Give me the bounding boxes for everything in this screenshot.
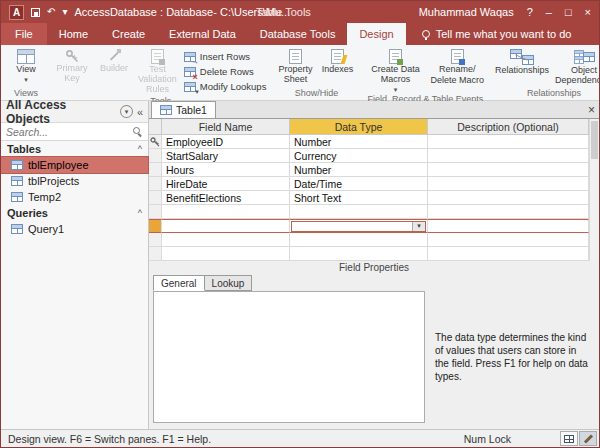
search-icon[interactable] [132,126,143,137]
help-button[interactable]: ? [527,7,533,18]
shutter-bar-collapse-icon[interactable]: « [137,106,143,118]
minimize-button[interactable]: – [546,7,552,18]
property-sheet-button[interactable]: Property Sheet [275,46,315,85]
queries-section-label: Queries [7,207,48,219]
qat-dropdown-icon[interactable]: ▾ [62,7,67,17]
tab-database-tools[interactable]: Database Tools [248,23,348,45]
description-cell[interactable] [428,233,589,247]
view-shortcut-buttons [559,431,597,446]
header-field-name: Field Name [162,119,290,135]
combo-dropdown-icon[interactable]: ▾ [412,222,425,231]
data-type-cell[interactable]: Number [290,135,428,149]
scrollbar-thumb[interactable] [591,121,598,159]
nav-menu-dropdown-icon[interactable]: ▾ [120,105,133,118]
create-data-macros-button[interactable]: Create Data Macros ▾ [365,46,427,93]
tab-lookup[interactable]: Lookup [204,275,253,291]
object-dependencies-button[interactable]: Object Dependencies [553,46,600,86]
field-name-cell[interactable]: StartSalary [162,149,290,163]
save-icon[interactable] [31,8,40,17]
description-cell[interactable] [428,191,589,205]
field-name-cell[interactable]: HireDate [162,177,290,191]
data-type-cell[interactable]: Number [290,163,428,177]
datasheet-view-button[interactable] [560,431,578,446]
design-view-button[interactable] [579,431,597,446]
current-row-selector[interactable] [149,219,162,233]
field-name-cell[interactable] [162,247,290,261]
test-validation-label: Test Validation Rules [138,65,177,95]
sidebar-item-tblprojects[interactable]: tblProjects [1,173,148,189]
description-cell[interactable] [428,177,589,191]
modify-lookups-button[interactable]: Modify Lookups [181,80,270,93]
tab-external-data[interactable]: External Data [157,23,248,45]
chevron-up-icon: ^ [138,144,142,154]
description-cell[interactable] [428,163,589,177]
field-name-cell[interactable] [162,233,290,247]
data-type-cell[interactable] [290,205,428,219]
doc-tab-table1[interactable]: Table1 [151,101,216,118]
insert-rows-button[interactable]: Insert Rows [181,50,270,63]
field-name-cell[interactable]: BenefitElections [162,191,290,205]
nav-section-queries[interactable]: Queries ^ [1,205,148,221]
delete-rows-button[interactable]: Delete Rows [181,65,270,78]
data-type-cell[interactable] [290,247,428,261]
row-selector[interactable] [149,163,162,177]
tab-file[interactable]: File [1,23,47,45]
description-cell[interactable] [428,205,589,219]
close-button[interactable]: × [585,7,591,18]
rename-delete-macro-button[interactable]: Rename/ Delete Macro [429,46,487,86]
builder-button[interactable]: Builder [94,46,134,74]
data-type-combo[interactable]: ▾ [291,221,426,232]
object-dependencies-label: Object Dependencies [555,66,600,86]
row-selector[interactable] [149,191,162,205]
data-type-cell-active[interactable]: ▾ [290,219,428,233]
tab-create[interactable]: Create [100,23,157,45]
sidebar-item-query1[interactable]: Query1 [1,221,148,237]
row-selector[interactable] [149,233,162,247]
grid-row: BenefitElections Short Text [149,191,589,205]
row-selector[interactable] [149,177,162,191]
grid-row-empty [149,205,589,219]
maximize-button[interactable]: □ [565,7,572,18]
nav-section-tables[interactable]: Tables ^ [1,141,148,157]
tell-me-label: Tell me what you want to do [436,28,572,40]
description-cell[interactable] [428,219,589,233]
row-selector[interactable] [149,247,162,261]
data-type-cell[interactable] [290,233,428,247]
sidebar-item-tblemployee[interactable]: tblEmployee [1,157,148,173]
data-type-cell[interactable]: Currency [290,149,428,163]
undo-icon[interactable]: ↶ [47,7,55,17]
vertical-scrollbar[interactable] [589,119,599,261]
nav-search-row [1,123,148,141]
user-name[interactable]: Muhammad Waqas [419,6,514,18]
description-cell[interactable] [428,135,589,149]
relationships-button[interactable]: Relationships [493,46,551,76]
tab-home[interactable]: Home [47,23,100,45]
table-icon [11,176,23,186]
search-input[interactable] [6,126,128,138]
description-cell[interactable] [428,149,589,163]
data-type-cell[interactable]: Short Text [290,191,428,205]
field-name-cell[interactable]: EmployeeID [162,135,290,149]
nav-pane-header[interactable]: All Access Objects ▾ « [1,101,148,123]
view-button[interactable]: View ▾ [6,46,46,83]
relationships-icon [510,49,534,65]
field-properties-label: Field Properties [149,261,599,275]
row-selector-primary-key[interactable] [149,135,162,149]
primary-key-button[interactable]: Primary Key [52,46,92,84]
row-selector[interactable] [149,205,162,219]
tab-general[interactable]: General [153,275,205,291]
data-type-cell[interactable]: Date/Time [290,177,428,191]
tell-me-box[interactable]: Tell me what you want to do [422,23,572,45]
field-name-cell[interactable] [162,219,290,233]
field-name-cell[interactable]: Hours [162,163,290,177]
close-document-icon[interactable]: × [588,102,595,118]
test-validation-rules-button[interactable]: Test Validation Rules [136,46,179,95]
tab-design[interactable]: Design [347,23,405,45]
indexes-button[interactable]: Indexes [317,46,357,75]
macro-badge-icon [397,59,403,65]
delete-rows-icon [184,67,196,77]
row-selector[interactable] [149,149,162,163]
field-name-cell[interactable] [162,205,290,219]
sidebar-item-temp2[interactable]: Temp2 [1,189,148,205]
description-cell[interactable] [428,247,589,261]
